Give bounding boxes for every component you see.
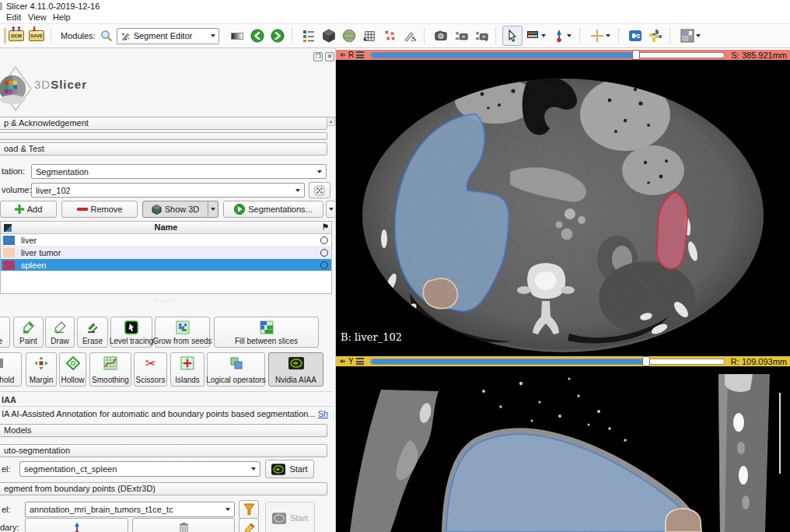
volume-options-button[interactable] [309,182,330,198]
slider-handle[interactable] [642,356,650,366]
menu-view[interactable]: View [28,12,47,22]
segment-status-icon[interactable] [320,236,328,244]
toolbar-separator [292,28,297,44]
cut-toolbutton [0,28,6,44]
segment-name[interactable]: liver [21,236,320,245]
load-dicom-button[interactable]: DCM⬆⬆ [6,26,26,46]
segment-status-icon[interactable] [320,261,328,269]
effect-grow-from-seeds-button[interactable]: Grow from seeds [155,317,210,348]
filter-models-button[interactable] [239,500,259,519]
layout-selector-button[interactable] [676,26,704,46]
slice-menu-icon[interactable] [356,358,364,365]
effect-scissors-button[interactable]: ✂ Scissors [134,352,167,387]
sagittal-slice-view[interactable] [336,366,790,532]
effect-threshold-button[interactable]: Threshold [0,352,22,387]
remove-segment-button[interactable]: Remove [61,201,138,218]
effect-smoothing-button[interactable]: Smoothing [89,352,131,387]
axial-slice-slider[interactable] [370,52,725,58]
screenshot-button[interactable] [431,26,451,46]
module-list-button[interactable] [299,26,319,46]
annotation-model-combobox[interactable]: annotation_mri_brain_tumors_t1ce_tc [25,502,235,517]
effect-islands-button[interactable]: Islands [170,352,204,387]
save-button[interactable]: SAVE⬇ [26,26,47,46]
autoseg-start-button[interactable]: Start [265,460,314,478]
undock-panel-button[interactable]: ❐ [313,52,323,61]
axial-slice-view[interactable]: B: liver_102 [336,60,790,356]
master-volume-combobox[interactable]: liver_102 [31,183,305,198]
toolbar-separator [51,28,56,44]
slider-handle[interactable] [632,50,640,60]
scroll-up-button[interactable]: ▲ [327,117,335,126]
boundary-points-section[interactable]: egment from boundary points (DExtr3D) [0,482,327,495]
segment-color-swatch[interactable] [3,236,15,245]
segmentations-dropdown-button[interactable] [326,201,336,218]
model-combobox[interactable]: segmentation_ct_spleen [19,461,260,477]
module-panel: ❐ ✕ 3DSlicer p & Acknowledgement oad & T… [0,48,336,532]
effect-level-tracing-button[interactable]: Level tracing [110,317,152,348]
segment-row-liver-tumor[interactable]: liver tumor [1,247,331,259]
scene-view-restore-button[interactable] [471,26,491,46]
data-module-button[interactable] [319,26,339,46]
segmentation-combobox[interactable]: Segmentation [31,164,327,179]
segmentations-module-button[interactable]: Segmentations... [223,201,323,218]
segment-color-swatch[interactable] [3,248,15,257]
effect-label: Islands [175,376,200,384]
markups-button[interactable] [379,26,400,46]
close-panel-button[interactable]: ✕ [325,52,334,61]
effect-margin-button[interactable]: Margin [26,352,57,387]
splitter-handle[interactable]: ······ [0,297,332,304]
effect-paint-button[interactable]: Paint [13,317,44,348]
help-acknowledgement-section[interactable]: p & Acknowledgement [0,117,327,130]
segment-status-icon[interactable] [320,249,328,257]
effect-logical-operators-button[interactable]: Logical operators [207,352,265,387]
slice-menu-icon[interactable] [356,51,364,58]
segment-color-swatch[interactable] [3,261,15,270]
effect-label: Erase [82,337,103,345]
module-selector[interactable]: Segment Editor [117,28,219,44]
pin-icon[interactable] [339,358,346,365]
place-boundary-point-button[interactable] [25,518,128,532]
menu-help[interactable]: Help [53,12,71,22]
segment-name[interactable]: spleen [21,261,320,270]
segment-row-spleen[interactable]: spleen [1,259,331,271]
auto-segmentation-section[interactable]: uto-segmentation [0,444,327,457]
undo-redo-history-button[interactable] [227,26,247,46]
cube-3d-icon [152,205,162,215]
show-details-link[interactable]: Show details. [318,409,328,418]
models-section[interactable]: Models [0,424,327,437]
show-3d-dropdown-button[interactable] [208,201,218,218]
pin-icon[interactable] [339,51,346,58]
python-console-button[interactable] [645,26,666,46]
menu-edit[interactable]: Edit [6,12,21,22]
effect-none-button[interactable]: None [0,317,10,348]
aiaa-section-header: IAA [2,395,16,404]
module-forward-button[interactable] [267,26,288,46]
module-search-button[interactable] [99,26,114,46]
edit-boundary-button[interactable] [239,518,259,532]
segment-row-liver[interactable]: liver [1,234,331,247]
sagittal-slice-slider[interactable] [370,359,725,365]
window-level-button[interactable] [523,26,549,46]
add-segment-button[interactable]: Add [0,201,57,218]
extensions-manager-button[interactable] [625,26,645,46]
slicer-window: { "window": { "title": "Slicer 4.11.0-20… [0,0,790,532]
place-fiducial-button[interactable] [549,26,575,46]
fiducial-marks-icon [383,29,397,43]
volume-rendering-button[interactable] [339,26,359,46]
segment-name[interactable]: liver tumor [21,248,320,257]
collapsed-section[interactable] [0,132,327,140]
crosshair-button[interactable] [586,26,614,46]
effect-erase-button[interactable]: Erase [77,317,108,348]
transforms-button[interactable] [359,26,379,46]
module-back-button[interactable] [247,26,267,46]
effect-fill-between-slices-button[interactable]: Fill between slices [214,317,319,348]
scene-view-capture-button[interactable] [451,26,471,46]
effect-nvidia-aiaa-button[interactable]: Nvidia AIAA [268,352,323,387]
interaction-mode-button[interactable] [502,26,523,46]
delete-boundary-points-button[interactable] [132,518,235,532]
effect-draw-button[interactable]: Draw [45,317,75,348]
annotations-button[interactable] [400,26,420,46]
effect-hollow-button[interactable]: Hollow [59,352,86,387]
show-3d-button[interactable]: Show 3D [142,201,208,218]
reload-test-section[interactable]: oad & Test [0,142,327,156]
